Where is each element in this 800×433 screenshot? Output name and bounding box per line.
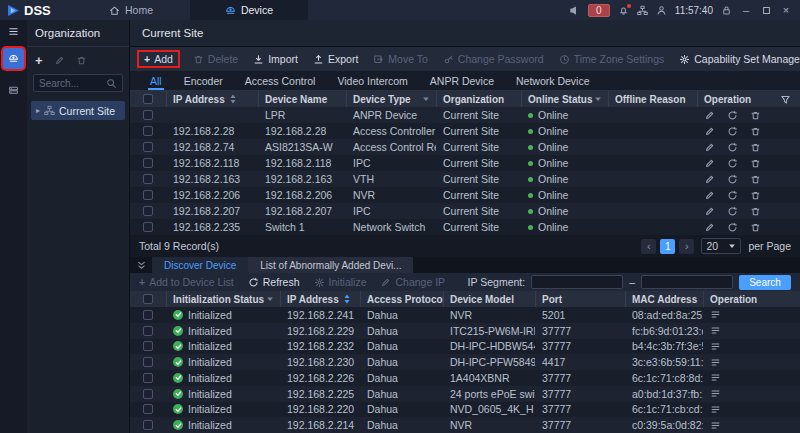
details-icon[interactable] xyxy=(710,309,721,320)
tab-discover-device[interactable]: Discover Device xyxy=(152,257,248,273)
details-icon[interactable] xyxy=(710,388,721,399)
move-to-button[interactable]: Move To xyxy=(373,53,428,65)
prev-page-button[interactable]: ‹ xyxy=(641,239,656,254)
add-org-button[interactable]: + xyxy=(35,56,43,66)
delete-org-icon[interactable] xyxy=(76,55,87,66)
alarm-count-badge[interactable]: 0 xyxy=(588,4,610,17)
capability-button[interactable]: Capability Set Management xyxy=(679,53,800,65)
export-button[interactable]: Export xyxy=(313,53,358,65)
device-row[interactable]: 192.168.2.118 192.168.2.118 IPC Current … xyxy=(130,155,800,171)
edit-icon[interactable] xyxy=(704,158,715,169)
config-icon[interactable] xyxy=(727,126,738,137)
row-checkbox[interactable] xyxy=(143,404,153,414)
delete-icon[interactable] xyxy=(750,110,761,121)
delete-icon[interactable] xyxy=(750,158,761,169)
rail-item-device-list[interactable] xyxy=(3,80,24,101)
user-icon[interactable] xyxy=(656,5,667,16)
row-checkbox[interactable] xyxy=(143,357,153,367)
tab-anpr-device[interactable]: ANPR Device xyxy=(419,71,505,90)
import-button[interactable]: Import xyxy=(253,53,298,65)
delete-button[interactable]: Delete xyxy=(193,53,238,65)
device-row[interactable]: 192.168.2.235 Switch 1 Network Switch Cu… xyxy=(130,219,800,235)
config-icon[interactable] xyxy=(727,158,738,169)
delete-icon[interactable] xyxy=(750,206,761,217)
edit-icon[interactable] xyxy=(704,174,715,185)
initialize-button[interactable]: Initialize xyxy=(314,276,367,288)
details-icon[interactable] xyxy=(710,404,721,415)
org-search-input[interactable]: Search... xyxy=(33,74,123,92)
sitemap-icon[interactable] xyxy=(637,5,648,16)
tab-network-device[interactable]: Network Device xyxy=(505,71,601,90)
delete-icon[interactable] xyxy=(750,222,761,233)
edit-icon[interactable] xyxy=(704,206,715,217)
time-zone-button[interactable]: Time Zone Settings xyxy=(559,53,665,65)
add-to-device-list-button[interactable]: +Add to Device List xyxy=(139,276,234,288)
maximize-button[interactable] xyxy=(760,5,772,16)
next-page-button[interactable]: › xyxy=(679,239,694,254)
delete-icon[interactable] xyxy=(750,174,761,185)
row-checkbox[interactable] xyxy=(143,326,153,336)
delete-icon[interactable] xyxy=(750,142,761,153)
details-icon[interactable] xyxy=(710,341,721,352)
edit-org-icon[interactable] xyxy=(54,55,65,66)
menu-icon[interactable] xyxy=(8,26,19,37)
per-page-select[interactable]: 20 xyxy=(701,238,741,254)
discovered-device-row[interactable]: Initialized 192.168.2.229 Dahua ITC215-P… xyxy=(130,323,800,339)
edit-icon[interactable] xyxy=(704,222,715,233)
change-ip-button[interactable]: Change IP xyxy=(380,276,445,288)
tab-home[interactable]: Home xyxy=(72,0,190,20)
details-icon[interactable] xyxy=(710,357,721,368)
select-all-checkbox[interactable] xyxy=(143,94,153,104)
row-checkbox[interactable] xyxy=(143,341,153,351)
discovered-device-row[interactable]: Initialized 192.168.2.230 Dahua DH-IPC-P… xyxy=(130,354,800,370)
device-row[interactable]: 192.168.2.74 ASI8213SA-W Access Control … xyxy=(130,139,800,155)
tab-encoder[interactable]: Encoder xyxy=(173,71,234,90)
speaker-icon[interactable] xyxy=(569,5,580,16)
expand-arrow-icon[interactable]: ▸ xyxy=(36,106,40,115)
details-icon[interactable] xyxy=(710,325,721,336)
minimize-button[interactable]: – xyxy=(740,4,752,16)
row-checkbox[interactable] xyxy=(143,110,153,120)
current-page[interactable]: 1 xyxy=(660,239,675,254)
config-icon[interactable] xyxy=(727,206,738,217)
lock-icon[interactable] xyxy=(721,5,732,16)
tab-abnormal-devices[interactable]: List of Abnormally Added Devi... xyxy=(248,257,413,273)
close-button[interactable]: × xyxy=(780,4,792,16)
config-icon[interactable] xyxy=(727,142,738,153)
search-button[interactable]: Search xyxy=(739,275,791,290)
discovered-device-row[interactable]: Initialized 192.168.2.241 Dahua NVR 5201… xyxy=(130,307,800,323)
change-password-button[interactable]: Change Password xyxy=(443,53,544,65)
delete-icon[interactable] xyxy=(750,190,761,201)
row-checkbox[interactable] xyxy=(143,420,153,430)
edit-icon[interactable] xyxy=(704,190,715,201)
config-icon[interactable] xyxy=(727,190,738,201)
sort-icon[interactable] xyxy=(343,294,351,304)
config-icon[interactable] xyxy=(727,110,738,121)
rail-item-device[interactable] xyxy=(3,48,24,69)
filter-caret-icon[interactable] xyxy=(422,95,430,103)
ip-segment-start-input[interactable] xyxy=(531,275,623,289)
filter-caret-icon[interactable] xyxy=(594,95,602,103)
collapse-panel-icon[interactable] xyxy=(130,257,152,273)
filter-caret-icon[interactable] xyxy=(266,295,274,303)
row-checkbox[interactable] xyxy=(143,126,153,136)
device-row[interactable]: LPR ANPR Device Current Site Online xyxy=(130,107,800,123)
device-row[interactable]: 192.168.2.28 192.168.2.28 Access Control… xyxy=(130,123,800,139)
edit-icon[interactable] xyxy=(704,110,715,121)
tab-video-intercom[interactable]: Video Intercom xyxy=(326,71,418,90)
delete-icon[interactable] xyxy=(750,126,761,137)
tab-device[interactable]: Device xyxy=(190,0,308,20)
ip-segment-end-input[interactable] xyxy=(641,275,733,289)
discovered-device-row[interactable]: Initialized 192.168.2.226 Dahua 1A404XBN… xyxy=(130,370,800,386)
sort-icon[interactable] xyxy=(229,94,237,104)
tab-all[interactable]: All xyxy=(139,71,173,90)
discovered-device-row[interactable]: Initialized 192.168.2.232 Dahua DH-IPC-H… xyxy=(130,339,800,355)
row-checkbox[interactable] xyxy=(143,373,153,383)
config-icon[interactable] xyxy=(727,174,738,185)
discovered-device-row[interactable]: Initialized 192.168.2.220 Dahua NVD_0605… xyxy=(130,402,800,418)
tree-item-current-site[interactable]: ▸ Current Site xyxy=(31,101,125,120)
device-row[interactable]: 192.168.2.207 192.168.2.207 IPC Current … xyxy=(130,203,800,219)
row-checkbox[interactable] xyxy=(143,190,153,200)
edit-icon[interactable] xyxy=(704,142,715,153)
refresh-button[interactable]: Refresh xyxy=(248,276,300,288)
